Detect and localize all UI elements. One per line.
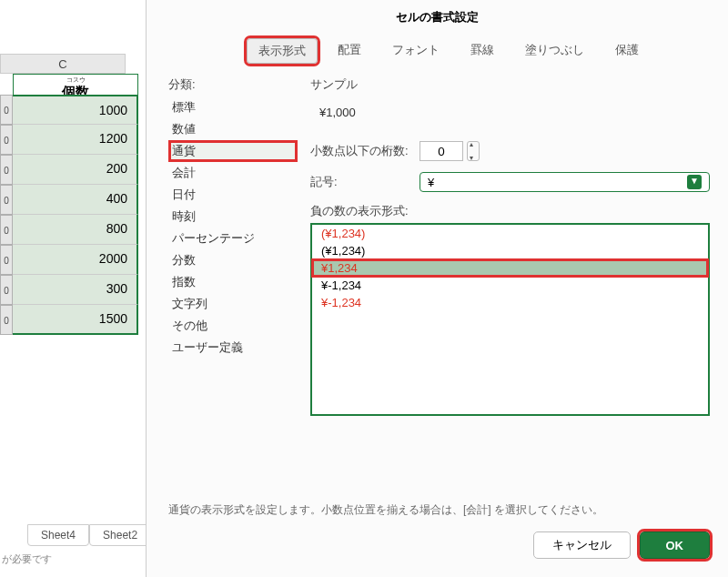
category-item[interactable]: 分数: [168, 249, 296, 271]
data-cell[interactable]: 400: [13, 185, 138, 215]
status-note: が必要です: [2, 552, 52, 566]
symbol-label: 記号:: [310, 174, 420, 190]
category-item[interactable]: 数値: [168, 118, 296, 140]
header-cell[interactable]: コスウ 個数: [13, 74, 138, 96]
category-item[interactable]: 指数: [168, 271, 296, 293]
data-cell[interactable]: 1500: [13, 305, 138, 335]
sheet-tab[interactable]: Sheet2: [89, 524, 151, 546]
dialog-title: セルの書式設定: [147, 0, 728, 38]
negative-format-item[interactable]: (¥1,234): [312, 225, 708, 242]
negative-format-item[interactable]: ¥-1,234: [312, 277, 708, 294]
sample-label: サンプル: [310, 76, 710, 93]
dialog-tab[interactable]: 罫線: [460, 38, 505, 64]
category-label: 分類:: [168, 76, 296, 93]
dialog-tab[interactable]: 表示形式: [247, 38, 318, 64]
category-list[interactable]: 標準数値通貨会計日付時刻パーセンテージ分数指数文字列その他ユーザー定義: [168, 96, 296, 359]
spreadsheet-background: C コスウ 個数 0100001200020004000800020000300…: [0, 0, 146, 577]
row-header[interactable]: 0: [0, 95, 13, 125]
negative-format-item[interactable]: ¥-1,234: [312, 294, 708, 311]
decimal-stepper[interactable]: [467, 141, 480, 161]
category-item[interactable]: 会計: [168, 162, 296, 184]
row-header[interactable]: 0: [0, 155, 13, 185]
data-cell[interactable]: 1200: [13, 125, 138, 155]
negative-format-item[interactable]: ¥1,234: [312, 259, 708, 277]
category-item[interactable]: 通貨: [168, 140, 298, 162]
format-cells-dialog: セルの書式設定 表示形式配置フォント罫線塗りつぶし保護 分類: 標準数値通貨会計…: [146, 0, 728, 577]
category-item[interactable]: 文字列: [168, 293, 296, 315]
category-item[interactable]: その他: [168, 315, 296, 337]
cancel-button[interactable]: キャンセル: [533, 531, 631, 559]
dialog-tab[interactable]: 配置: [327, 38, 372, 64]
symbol-select[interactable]: ¥ ▼: [420, 172, 710, 192]
row-header[interactable]: 0: [0, 275, 13, 305]
category-item[interactable]: パーセンテージ: [168, 228, 296, 249]
dialog-tabs: 表示形式配置フォント罫線塗りつぶし保護: [147, 38, 728, 73]
data-cell[interactable]: 2000: [13, 245, 138, 275]
category-item[interactable]: ユーザー定義: [168, 337, 296, 359]
sheet-tabs: Sheet4Sheet2: [27, 524, 151, 546]
row-header[interactable]: 0: [0, 305, 13, 335]
dialog-tab[interactable]: 塗りつぶし: [514, 38, 595, 64]
dialog-tab[interactable]: 保護: [604, 38, 650, 64]
data-cell[interactable]: 1000: [13, 95, 138, 125]
row-header[interactable]: 0: [0, 125, 13, 155]
data-cell[interactable]: 300: [13, 275, 138, 305]
data-cell[interactable]: 800: [13, 215, 138, 245]
category-item[interactable]: 日付: [168, 184, 296, 206]
hint-text: 通貨の表示形式を設定します。小数点位置を揃える場合は、[会計] を選択してくださ…: [168, 502, 603, 518]
data-range[interactable]: 010000120002000400080002000030001500: [0, 95, 138, 335]
symbol-value: ¥: [428, 176, 434, 189]
negative-format-list[interactable]: (¥1,234)(¥1,234)¥1,234¥-1,234¥-1,234: [310, 223, 710, 416]
decimal-input[interactable]: [420, 141, 463, 161]
negative-label: 負の数の表示形式:: [310, 203, 710, 219]
ok-button[interactable]: OK: [640, 531, 711, 559]
row-header[interactable]: 0: [0, 215, 13, 245]
dropdown-icon: ▼: [687, 175, 702, 189]
dialog-tab[interactable]: フォント: [381, 38, 450, 64]
category-item[interactable]: 標準: [168, 96, 296, 118]
data-cell[interactable]: 200: [13, 155, 138, 185]
header-ruby: コスウ: [14, 76, 137, 84]
category-item[interactable]: 時刻: [168, 206, 296, 228]
negative-format-item[interactable]: (¥1,234): [312, 242, 708, 259]
row-header[interactable]: 0: [0, 245, 13, 275]
sheet-tab[interactable]: Sheet4: [27, 524, 89, 546]
row-header[interactable]: 0: [0, 185, 13, 215]
decimal-label: 小数点以下の桁数:: [310, 143, 420, 159]
sample-value: ¥1,000: [319, 106, 710, 119]
column-header[interactable]: C: [0, 54, 126, 74]
